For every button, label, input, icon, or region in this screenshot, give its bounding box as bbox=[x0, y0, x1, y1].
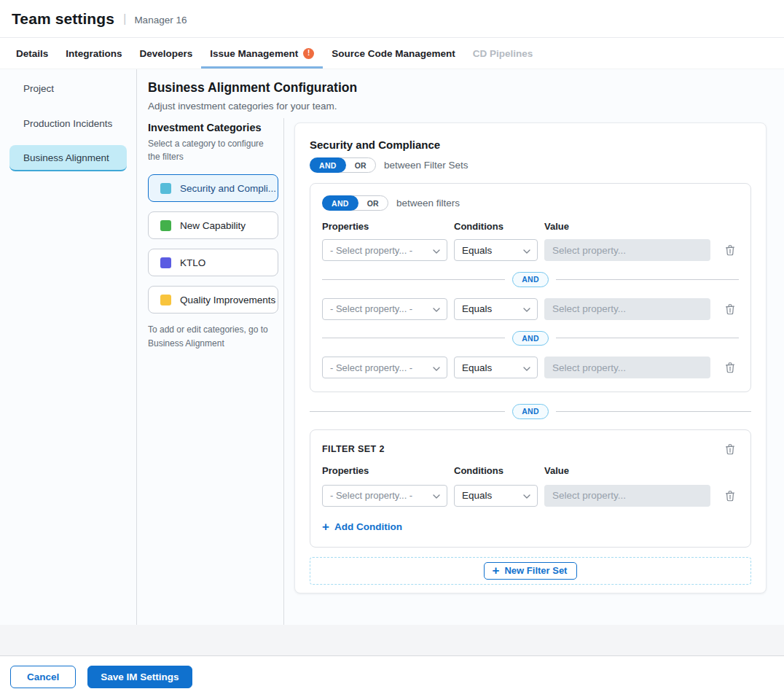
properties-column-header: Properties bbox=[322, 465, 447, 476]
property-select[interactable]: - Select property... - bbox=[322, 239, 447, 261]
property-select[interactable]: - Select property... - bbox=[322, 357, 447, 378]
chevron-down-icon bbox=[523, 303, 530, 314]
category-button-ktlo[interactable]: KTLO bbox=[148, 249, 278, 276]
cancel-button[interactable]: Cancel bbox=[10, 666, 76, 688]
value-column-header: Value bbox=[544, 221, 710, 232]
filter-column-headers: Properties Conditions Value bbox=[322, 221, 739, 232]
footer-actions: Cancel Save IM Settings bbox=[0, 655, 784, 697]
property-select[interactable]: - Select property... - bbox=[322, 485, 447, 507]
save-im-settings-button[interactable]: Save IM Settings bbox=[87, 666, 192, 688]
filter-row: - Select property... - Equals bbox=[322, 239, 739, 261]
value-input[interactable] bbox=[544, 239, 710, 261]
between-sets-and-connector: AND bbox=[310, 404, 751, 419]
configuration-region: Investment Categories Select a category … bbox=[137, 118, 784, 625]
page-header: Team settings | Manager 16 bbox=[0, 0, 784, 38]
sidebar-item-business-alignment[interactable]: Business Alignment bbox=[9, 145, 127, 171]
team-name-label: Manager 16 bbox=[134, 12, 187, 26]
or-toggle-option[interactable]: OR bbox=[346, 161, 375, 170]
and-connector-pill: AND bbox=[512, 331, 549, 346]
investment-categories-column: Investment Categories Select a category … bbox=[137, 118, 284, 625]
add-condition-button[interactable]: + Add Condition bbox=[322, 521, 402, 532]
plus-icon: + bbox=[322, 521, 329, 532]
condition-select[interactable]: Equals bbox=[454, 298, 538, 320]
category-button-security-and-compliance[interactable]: Security and Compli... bbox=[148, 174, 278, 202]
business-alignment-section: Business Alignment Configuration Adjust … bbox=[137, 69, 784, 625]
and-toggle-option[interactable]: AND bbox=[310, 157, 346, 173]
value-input[interactable] bbox=[544, 357, 710, 378]
filters-operator-row: AND OR between filters bbox=[322, 195, 739, 211]
bottom-spacer-band bbox=[0, 625, 784, 655]
value-column-header: Value bbox=[544, 465, 710, 476]
toggle-caption: between Filter Sets bbox=[384, 160, 469, 171]
value-input[interactable] bbox=[544, 485, 710, 507]
or-toggle-option[interactable]: OR bbox=[358, 199, 388, 208]
property-select[interactable]: - Select property... - bbox=[322, 298, 447, 320]
and-connector-pill: AND bbox=[512, 404, 549, 419]
filter-set-2-card: FILTER SET 2 Properties Conditions Value bbox=[310, 429, 751, 548]
category-color-swatch bbox=[160, 220, 171, 231]
filters-panel: Security and Compliance AND OR between F… bbox=[294, 122, 767, 593]
trash-icon bbox=[725, 306, 735, 317]
conditions-column-header: Conditions bbox=[454, 221, 538, 232]
tab-developers[interactable]: Developers bbox=[131, 38, 202, 69]
sidebar-item-project[interactable]: Project bbox=[9, 75, 127, 101]
category-button-new-capability[interactable]: New Capability bbox=[148, 211, 278, 239]
chevron-down-icon bbox=[523, 490, 530, 501]
and-toggle-option[interactable]: AND bbox=[322, 195, 358, 211]
value-input[interactable] bbox=[544, 298, 710, 320]
tab-cd-pipelines: CD Pipelines bbox=[464, 38, 542, 69]
tab-issue-management[interactable]: Issue Management ! bbox=[201, 38, 323, 69]
conditions-column-header: Conditions bbox=[454, 465, 538, 476]
and-or-toggle: AND OR bbox=[310, 157, 376, 173]
properties-column-header: Properties bbox=[322, 221, 447, 232]
title-divider: | bbox=[123, 12, 126, 26]
filter-row: - Select property... - Equals bbox=[322, 485, 739, 507]
section-header: Business Alignment Configuration Adjust … bbox=[137, 69, 784, 118]
trash-icon bbox=[725, 446, 735, 457]
category-label: Security and Compli... bbox=[180, 183, 276, 194]
tab-source-code-management[interactable]: Source Code Management bbox=[323, 38, 464, 69]
delete-filter-button[interactable] bbox=[721, 302, 739, 316]
and-connector: AND bbox=[322, 272, 739, 287]
new-filter-set-dropzone: + New Filter Set bbox=[310, 557, 751, 585]
categories-footnote: To add or edit categories, go to Busines… bbox=[148, 323, 268, 350]
tab-details[interactable]: Details bbox=[7, 38, 57, 69]
filter-set-2-title: FILTER SET 2 bbox=[322, 442, 385, 454]
delete-filter-button[interactable] bbox=[721, 488, 739, 503]
filter-set-1-card: AND OR between filters Properties Condit… bbox=[310, 183, 751, 392]
sidebar-item-production-incidents[interactable]: Production Incidents bbox=[9, 110, 127, 136]
condition-select[interactable]: Equals bbox=[454, 357, 538, 378]
settings-sidebar: Project Production Incidents Business Al… bbox=[0, 69, 137, 625]
delete-filter-set-button[interactable] bbox=[721, 442, 739, 456]
filter-column-headers: Properties Conditions Value bbox=[322, 465, 739, 476]
new-filter-set-button[interactable]: + New Filter Set bbox=[484, 562, 578, 580]
categories-hint: Select a category to configure the filte… bbox=[148, 137, 264, 163]
condition-select[interactable]: Equals bbox=[454, 485, 538, 507]
team-settings-page: Team settings | Manager 16 Details Integ… bbox=[0, 0, 784, 697]
section-title: Business Alignment Configuration bbox=[148, 80, 772, 96]
tab-integrations[interactable]: Integrations bbox=[57, 38, 130, 69]
category-color-swatch bbox=[160, 257, 171, 268]
filter-sets-operator-row: AND OR between Filter Sets bbox=[310, 157, 751, 173]
trash-icon bbox=[725, 247, 735, 258]
chevron-down-icon bbox=[433, 303, 440, 314]
category-label: New Capability bbox=[180, 220, 246, 231]
alert-badge-icon: ! bbox=[303, 48, 314, 59]
chevron-down-icon bbox=[523, 245, 530, 256]
category-label: KTLO bbox=[180, 257, 205, 268]
chevron-down-icon bbox=[433, 245, 440, 256]
and-or-toggle: AND OR bbox=[322, 195, 388, 211]
and-connector-pill: AND bbox=[512, 272, 549, 287]
delete-filter-button[interactable] bbox=[721, 243, 739, 257]
selected-category-title: Security and Compliance bbox=[310, 139, 751, 151]
content-region: Project Production Incidents Business Al… bbox=[0, 69, 784, 625]
plus-icon: + bbox=[493, 565, 500, 576]
category-color-swatch bbox=[160, 183, 171, 194]
category-button-quality-improvements[interactable]: Quality Improvements bbox=[148, 286, 278, 314]
toggle-caption: between filters bbox=[396, 198, 460, 209]
condition-select[interactable]: Equals bbox=[454, 239, 538, 261]
category-color-swatch bbox=[160, 295, 171, 305]
section-subtitle: Adjust investment categories for your te… bbox=[148, 101, 772, 112]
delete-filter-button[interactable] bbox=[721, 360, 739, 375]
filter-row: - Select property... - Equals bbox=[322, 357, 739, 378]
